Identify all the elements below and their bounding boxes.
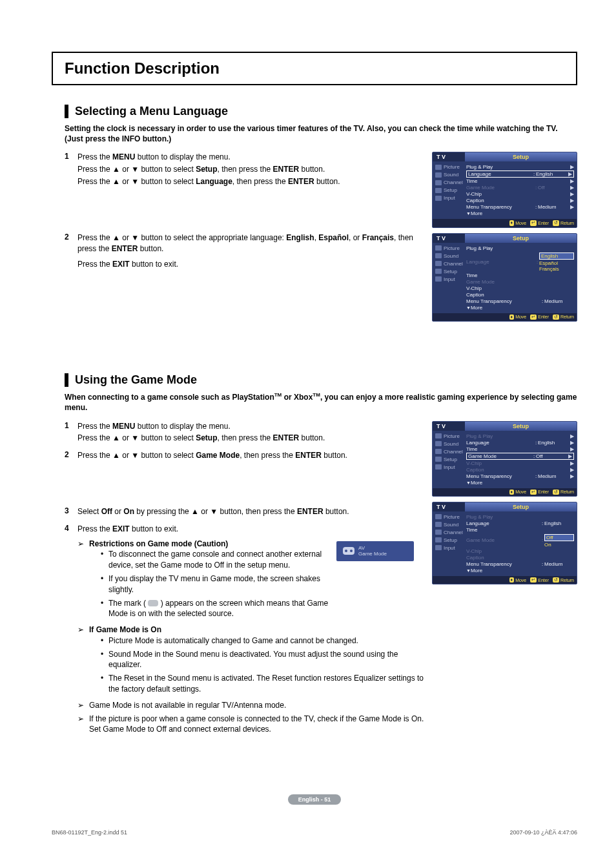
- tv-left-item: Setup: [444, 457, 457, 462]
- step-text: button to display the menu.: [135, 152, 230, 161]
- sub-heading-caution: Restrictions on Game mode (Caution): [89, 539, 228, 548]
- step-text: button to display the menu.: [135, 422, 230, 431]
- tv-row: Language: [466, 440, 534, 446]
- tv-left-item: Picture: [444, 514, 460, 520]
- tv-value: English: [544, 521, 574, 526]
- keyword-enter: ENTER: [273, 165, 300, 174]
- tv-right-list: Plug & Play▶ Language:English▶ Time▶ Gam…: [465, 163, 577, 216]
- tv-value: Medium: [544, 561, 574, 567]
- tv-left-item: Input: [444, 276, 455, 282]
- step-2: 2 Press the ▲ or ▼ button to select Game…: [65, 450, 426, 462]
- step-text: button to exit.: [130, 524, 178, 533]
- sub-heading-on: If Game Mode is On: [89, 625, 161, 634]
- step-text: Press the ▲ or ▼ button to select: [77, 433, 196, 442]
- keyword-off: Off: [101, 507, 112, 516]
- tv-label: T V: [433, 234, 465, 243]
- tv-row-highlighted: Language: [468, 171, 532, 177]
- keyword-menu: MENU: [112, 152, 135, 161]
- step-number: 4: [65, 524, 77, 738]
- tv-left-item: Channel: [444, 261, 463, 267]
- tv-row: V-Chip: [466, 460, 568, 466]
- tv-option-selected: English: [539, 253, 574, 260]
- step-text: Press the: [77, 152, 112, 161]
- print-file: BN68-01192T_Eng-2.indd 51: [52, 829, 127, 836]
- game-mode-badge: AV Game Mode: [336, 541, 414, 561]
- bullet-item: The Reset in the Sound menu is activated…: [101, 673, 426, 695]
- tv-left-item: Input: [444, 195, 455, 201]
- tv-value: Medium: [544, 298, 574, 304]
- tv-foot-move: Move: [515, 221, 526, 225]
- step-text: Press the ▲ or ▼ button to select the ap…: [77, 233, 286, 242]
- step-text: , then press the: [218, 433, 273, 442]
- tv-foot-move: Move: [515, 315, 526, 319]
- tv-left-item: Sound: [444, 172, 458, 178]
- tv-left-item: Sound: [444, 441, 458, 447]
- step-1: 1 Press the MENU button to display the m…: [65, 421, 426, 446]
- pointer-icon: ➢: [77, 624, 89, 697]
- step-text: Select: [77, 507, 101, 516]
- keyword-setup: Setup: [196, 433, 217, 442]
- gamepad-icon: [148, 600, 158, 606]
- keyword-francais: Français: [362, 233, 394, 242]
- step-1: 1 Press the MENU button to display the m…: [65, 152, 426, 188]
- tv-footer: ♦Move ↵Enter ↺Return: [433, 219, 577, 227]
- keyword-enter: ENTER: [112, 244, 138, 253]
- tv-left-item: Channel: [444, 530, 463, 535]
- tv-row: Caption: [466, 555, 574, 561]
- tv-row-more: More: [471, 480, 574, 486]
- tv-screenshot: T VSetup Picture Sound Channel Setup Inp…: [432, 233, 577, 322]
- keyword-exit: EXIT: [112, 524, 130, 533]
- tv-screenshot: T VSetup Picture Sound Channel Setup Inp…: [432, 421, 577, 497]
- step-text: Press the ▲ or ▼ button to select: [77, 451, 196, 460]
- bullet-item: To disconnect the game console and conne…: [101, 549, 336, 571]
- tv-foot-return: Return: [560, 490, 574, 494]
- tv-row: Time: [466, 527, 574, 533]
- pointer-icon: ➢: [77, 700, 89, 711]
- tv-foot-return: Return: [560, 315, 574, 319]
- step-text: by pressing the ▲ or ▼ button, then pres…: [134, 507, 297, 516]
- tv-row: Caption: [466, 198, 568, 203]
- tv-option-selected: Off: [544, 534, 574, 541]
- step-number: 3: [65, 506, 77, 519]
- step-4: 4 Press the EXIT button to exit. AV Game…: [65, 524, 426, 738]
- tv-left-item: Setup: [444, 537, 457, 543]
- tv-row: Menu Transparency: [466, 298, 540, 304]
- bullet-item: The mark ( ) appears on the screen which…: [101, 598, 336, 620]
- keyword-enter: ENTER: [273, 433, 300, 442]
- note-item: Game Mode is not available in regular TV…: [89, 700, 426, 711]
- tv-row: Game Mode: [466, 537, 540, 543]
- step-text: button.: [322, 451, 347, 460]
- keyword-language: Language: [196, 177, 232, 186]
- tv-row: Time: [466, 446, 568, 452]
- keyword-setup: Setup: [196, 165, 217, 174]
- tv-value: English: [538, 440, 568, 446]
- tv-row: Menu Transparency: [466, 204, 534, 210]
- tv-row-highlighted: Game Mode: [468, 453, 532, 459]
- section-menu-language: Selecting a Menu Language Setting the cl…: [52, 105, 577, 322]
- step-text: button.: [314, 177, 340, 186]
- tv-value: Off: [538, 185, 568, 191]
- pointer-icon: ➢: [77, 714, 89, 736]
- print-metadata: BN68-01192T_Eng-2.indd 51 2007-09-10 ¿ÀÈ…: [52, 829, 577, 836]
- keyword-menu: MENU: [112, 422, 135, 431]
- tv-screenshot: T VSetup Picture Sound Channel Setup Inp…: [432, 152, 577, 227]
- step-2: 2 Press the ▲ or ▼ button to select the …: [65, 232, 426, 271]
- tv-row-more: More: [471, 211, 574, 216]
- step-text: or: [112, 507, 123, 516]
- step-text: Press the: [77, 524, 112, 533]
- tv-left-item: Input: [444, 545, 455, 551]
- keyword-espanol: Español: [318, 233, 349, 242]
- keyword-game-mode: Game Mode: [196, 451, 240, 460]
- bullet-item: Picture Mode is automatically changed to…: [101, 635, 426, 646]
- tv-option: Français: [539, 266, 574, 272]
- tv-value: Medium: [538, 473, 568, 479]
- tv-screenshot-group-2: T VSetup Picture Sound Channel Setup Inp…: [432, 421, 577, 585]
- tv-foot-enter: Enter: [538, 578, 549, 583]
- step-text: Press the ▲ or ▼ button to select: [77, 177, 196, 186]
- tv-row: Caption: [466, 292, 574, 298]
- tv-left-item: Sound: [444, 253, 458, 259]
- tv-row: Caption: [466, 467, 568, 473]
- bullet-item: If you display the TV menu in Game mode,…: [101, 573, 336, 595]
- pointer-icon: ➢: [77, 539, 89, 623]
- badge-game-mode: Game Mode: [358, 551, 387, 557]
